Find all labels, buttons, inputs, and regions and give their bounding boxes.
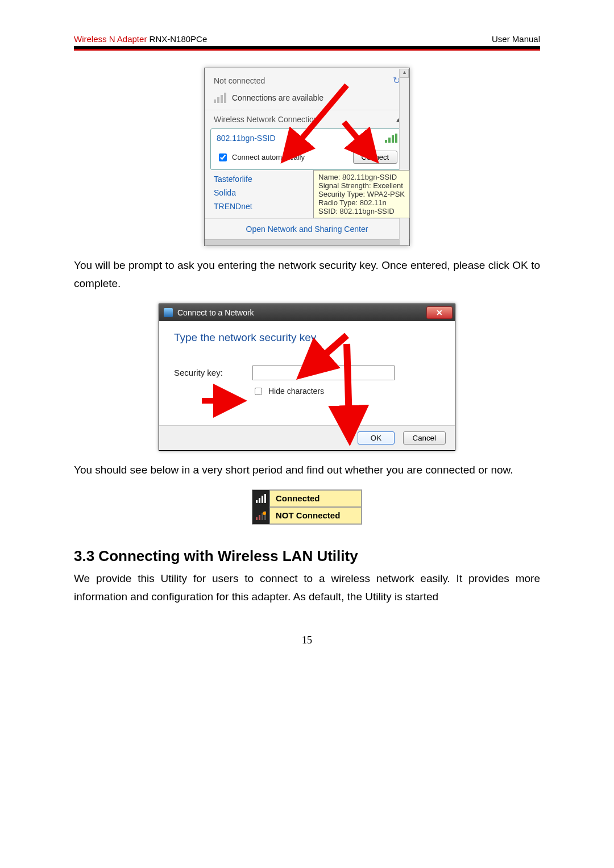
paragraph: We provide this Utility for users to con… bbox=[74, 570, 540, 607]
connected-tray-icon bbox=[252, 490, 269, 507]
connect-dialog: Connect to a Network ✕ Type the network … bbox=[159, 304, 455, 451]
paragraph: You will be prompt to ask you entering t… bbox=[74, 256, 540, 293]
product-model: RNX-N180PCe bbox=[147, 34, 207, 44]
svg-rect-9 bbox=[395, 134, 397, 143]
tooltip-line: Radio Type: 802.11n bbox=[318, 198, 405, 207]
figure-network-flyout: ▴ Not connected ↻ Connections are availa… bbox=[74, 68, 540, 246]
svg-rect-17 bbox=[256, 517, 258, 520]
signal-bars-icon bbox=[214, 93, 226, 103]
tooltip-line: Name: 802.11bgn-SSID bbox=[318, 173, 405, 181]
not-connected-label: NOT Connected bbox=[269, 507, 362, 524]
close-button[interactable]: ✕ bbox=[426, 306, 453, 319]
svg-rect-8 bbox=[392, 135, 394, 143]
security-key-input[interactable] bbox=[252, 366, 395, 380]
svg-rect-7 bbox=[388, 138, 391, 143]
svg-rect-15 bbox=[262, 496, 263, 503]
connected-label: Connected bbox=[269, 490, 362, 507]
scrollbar[interactable]: ▴ bbox=[399, 69, 409, 245]
header-right: User Manual bbox=[492, 34, 540, 44]
connections-available-label: Connections are available bbox=[232, 93, 323, 102]
connect-auto-label: Connect automatically bbox=[232, 153, 305, 161]
dialog-footer: OK Cancel bbox=[159, 425, 455, 450]
hide-chars-checkbox[interactable] bbox=[255, 388, 262, 395]
network-item[interactable]: TRENDnet bbox=[214, 200, 304, 213]
win-network-flyout: ▴ Not connected ↻ Connections are availa… bbox=[204, 68, 410, 246]
tooltip-line: SSID: 802.11bgn-SSID bbox=[318, 207, 405, 215]
not-connected-tray-icon bbox=[252, 507, 269, 524]
close-icon: ✕ bbox=[436, 308, 443, 317]
svg-rect-18 bbox=[259, 515, 260, 520]
network-tooltip: Name: 802.11bgn-SSID Signal Strength: Ex… bbox=[313, 170, 410, 218]
not-connected-label: Not connected bbox=[214, 76, 265, 85]
page-header: Wireless N Adapter RNX-N180PCe User Manu… bbox=[74, 34, 540, 46]
section-heading: 3.3 Connecting with Wireless LAN Utility bbox=[74, 547, 540, 565]
wnc-header: Wireless Network Connection bbox=[214, 115, 318, 124]
network-item[interactable]: Solida bbox=[214, 186, 304, 200]
svg-rect-13 bbox=[256, 500, 258, 503]
cancel-button[interactable]: Cancel bbox=[403, 431, 446, 445]
svg-rect-6 bbox=[385, 140, 387, 143]
connect-auto-checkbox[interactable]: Connect automatically bbox=[217, 152, 305, 163]
page-number: 15 bbox=[74, 634, 540, 646]
status-stack: Connected NOT Connected bbox=[252, 489, 362, 525]
figure-connect-dialog: Connect to a Network ✕ Type the network … bbox=[74, 304, 540, 451]
svg-rect-3 bbox=[217, 97, 219, 103]
tooltip-line: Signal Strength: Excellent bbox=[318, 181, 405, 190]
svg-rect-14 bbox=[259, 498, 260, 503]
svg-rect-16 bbox=[264, 494, 266, 503]
dialog-heading: Type the network security key bbox=[174, 331, 440, 344]
network-icon bbox=[164, 308, 173, 317]
ssid-name: 802.11bgn-SSID bbox=[217, 134, 276, 143]
signal-strength-icon bbox=[385, 134, 397, 143]
svg-rect-5 bbox=[224, 93, 226, 103]
network-list: Tasteforlife Solida TRENDnet bbox=[205, 170, 313, 214]
header-rule bbox=[74, 46, 540, 51]
selected-ssid-box[interactable]: 802.11bgn-SSID Connect automatically Con… bbox=[210, 128, 404, 170]
svg-rect-2 bbox=[214, 99, 216, 103]
figure-connection-status: Connected NOT Connected bbox=[74, 489, 540, 525]
hide-chars-label: Hide characters bbox=[268, 387, 324, 396]
dialog-title: Connect to a Network bbox=[177, 308, 254, 317]
scroll-up-icon[interactable]: ▴ bbox=[400, 69, 409, 78]
flyout-footer bbox=[205, 239, 409, 246]
connect-button[interactable]: Connect bbox=[353, 151, 397, 164]
product-series: Wireless N Adapter bbox=[74, 34, 147, 44]
network-item[interactable]: Tasteforlife bbox=[214, 172, 304, 186]
svg-rect-4 bbox=[221, 95, 223, 103]
dialog-titlebar: Connect to a Network ✕ bbox=[159, 304, 455, 321]
header-left: Wireless N Adapter RNX-N180PCe bbox=[74, 34, 207, 44]
ok-button[interactable]: OK bbox=[358, 431, 395, 445]
connect-auto-input[interactable] bbox=[219, 153, 227, 161]
open-sharing-center-link[interactable]: Open Network and Sharing Center bbox=[205, 219, 409, 239]
svg-point-21 bbox=[263, 512, 266, 515]
tooltip-line: Security Type: WPA2-PSK bbox=[318, 190, 405, 198]
paragraph: You should see below in a very short per… bbox=[74, 461, 540, 479]
manual-page: Wireless N Adapter RNX-N180PCe User Manu… bbox=[0, 0, 614, 669]
security-key-label: Security key: bbox=[174, 368, 242, 377]
